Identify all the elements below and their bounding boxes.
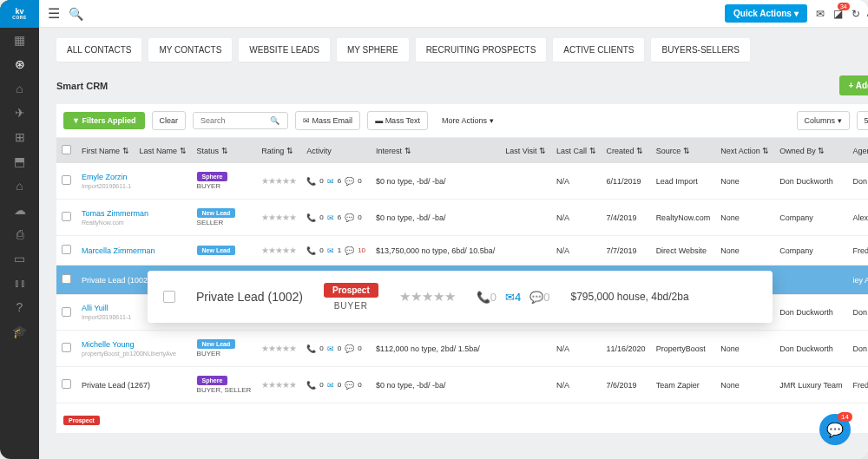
tab-all-contacts[interactable]: ALL CONTACTS <box>56 38 141 62</box>
row-checkbox[interactable] <box>62 343 71 352</box>
page-title: Smart CRM <box>56 81 108 91</box>
col-next-action[interactable]: Next Action ⇅ <box>715 138 774 163</box>
hover-interest: $795,000 house, 4bd/2ba <box>570 291 688 303</box>
col-last-name[interactable]: Last Name ⇅ <box>135 138 192 163</box>
hover-comment-icon: 💬0 <box>529 291 549 304</box>
search-input-wrap[interactable]: 🔍 <box>193 112 288 129</box>
col-rating[interactable]: Rating ⇅ <box>256 138 301 163</box>
row-checkbox[interactable] <box>62 307 71 317</box>
col-agent[interactable]: Agent ⇅ <box>848 138 868 163</box>
tab-my-sphere[interactable]: MY SPHERE <box>337 38 409 62</box>
nav-store-icon[interactable]: ⌂ <box>16 179 23 193</box>
tab-buyers-sellers[interactable]: BUYERS-SELLERS <box>651 38 749 62</box>
history-icon[interactable]: ↻ <box>852 8 860 20</box>
inbox-icon[interactable]: ◪34 <box>833 8 843 20</box>
row-checkbox[interactable] <box>62 379 71 389</box>
toolbar: ▼ Filters Applied Clear 🔍 ✉ Mass Email ▬… <box>56 104 868 138</box>
col-checkbox[interactable] <box>56 138 76 163</box>
hover-phone-icon: 📞0 <box>477 291 496 304</box>
add-contact-button[interactable]: + Add Contact <box>839 75 868 95</box>
mail-icon[interactable]: ✉ <box>816 8 825 20</box>
nav-chart-icon[interactable]: ⫾⫾ <box>14 276 26 290</box>
chat-bubble-button[interactable]: 💬14 <box>819 414 851 445</box>
nav-print-icon[interactable]: ⎙ <box>16 227 23 241</box>
table-row[interactable]: Marcella Zimmerman New Lead ★★★★★ 📞0 ✉1 … <box>56 236 868 266</box>
row-checkbox[interactable] <box>62 175 71 185</box>
hover-status-badge: Prospect <box>324 283 378 298</box>
hover-role: BUYER <box>334 301 368 311</box>
columns-button[interactable]: Columns ▾ <box>797 111 850 130</box>
table-header-row: First Name ⇅ Last Name ⇅ Status ⇅ Rating… <box>56 138 868 163</box>
table-row[interactable]: Tomas ZimmermanRealtyNow.com New LeadSEL… <box>56 200 868 236</box>
quick-actions-button[interactable]: Quick Actions ▾ <box>725 4 807 23</box>
search-input[interactable] <box>201 116 270 125</box>
nav-home-icon[interactable]: ⌂ <box>16 82 23 95</box>
col-activity[interactable]: Activity <box>301 138 371 163</box>
tab-website-leads[interactable]: WEBSITE LEADS <box>239 38 330 62</box>
tab-active-clients[interactable]: ACTIVE CLIENTS <box>553 38 644 62</box>
table-row[interactable]: Michelle YoungpropertyBoost_pb1200NLiber… <box>56 331 868 367</box>
row-checkbox[interactable] <box>62 212 71 221</box>
col-source[interactable]: Source ⇅ <box>651 138 716 163</box>
col-created[interactable]: Created ⇅ <box>602 138 651 163</box>
hover-checkbox[interactable] <box>163 291 175 303</box>
nav-grad-icon[interactable]: 🎓 <box>12 325 27 338</box>
nav-paper-plane-icon[interactable]: ✈ <box>15 106 25 120</box>
clear-button[interactable]: Clear <box>152 111 187 130</box>
nav-help-icon[interactable]: ? <box>16 300 23 314</box>
col-last-call[interactable]: Last Call ⇅ <box>551 138 602 163</box>
tab-recruiting-prospects[interactable]: RECRUITING PROSPECTS <box>416 38 547 62</box>
hover-lead-name: Private Lead (1002) <box>196 290 303 304</box>
mass-email-button[interactable]: ✉ Mass Email <box>295 111 360 130</box>
contact-tabs: ALL CONTACTS MY CONTACTS WEBSITE LEADS M… <box>39 28 868 72</box>
logo: kvCORE <box>0 0 39 28</box>
sidebar: kvCORE ▦ ⊛ ⌂ ✈ ⊞ ⬒ ⌂ ☁ ⎙ ▭ ⫾⫾ ? 🎓 <box>0 0 39 459</box>
table-row[interactable]: Private Lead (1267) SphereBUYER, SELLER … <box>56 367 868 403</box>
nav-window-icon[interactable]: ▭ <box>14 252 25 266</box>
nav-calendar-icon[interactable]: ⊞ <box>15 130 25 144</box>
col-first-name[interactable]: First Name ⇅ <box>76 138 135 163</box>
col-last-visit[interactable]: Last Visit ⇅ <box>500 138 551 163</box>
nav-share-icon[interactable]: ⊛ <box>15 57 25 71</box>
tab-my-contacts[interactable]: MY CONTACTS <box>148 38 232 62</box>
menu-toggle-icon[interactable]: ☰ <box>48 5 60 22</box>
filters-applied-button[interactable]: ▼ Filters Applied <box>63 112 145 129</box>
prospect-badge-extra: Prospect <box>63 416 100 425</box>
col-status[interactable]: Status ⇅ <box>192 138 257 163</box>
hover-mail-icon: ✉4 <box>505 291 521 304</box>
more-actions-button[interactable]: More Actions ▾ <box>435 112 501 129</box>
lead-hover-card: Private Lead (1002) Prospect BUYER ★★★★★… <box>148 271 773 323</box>
col-interest[interactable]: Interest ⇅ <box>371 138 500 163</box>
topbar: ☰ 🔍 Quick Actions ▾ ✉ ◪34 ↻ ADMIN Don ▾ <box>39 0 868 28</box>
hover-rating: ★★★★★ <box>399 289 456 305</box>
rows-button[interactable]: 50 Rows ▾ <box>857 111 868 130</box>
nav-cloud-icon[interactable]: ☁ <box>14 203 26 217</box>
main-content: ☰ 🔍 Quick Actions ▾ ✉ ◪34 ↻ ADMIN Don ▾ … <box>39 0 868 459</box>
row-checkbox[interactable] <box>62 245 71 254</box>
nav-door-icon[interactable]: ⬒ <box>14 154 25 168</box>
table-row[interactable]: Emyle ZorzinImport20190611-1 SphereBUYER… <box>56 163 868 200</box>
mass-text-button[interactable]: ▬ Mass Text <box>367 111 428 130</box>
nav-dashboard-icon[interactable]: ▦ <box>14 33 25 47</box>
search-icon[interactable]: 🔍 <box>69 7 83 21</box>
chat-badge: 14 <box>838 412 852 422</box>
col-owned-by[interactable]: Owned By ⇅ <box>774 138 847 163</box>
